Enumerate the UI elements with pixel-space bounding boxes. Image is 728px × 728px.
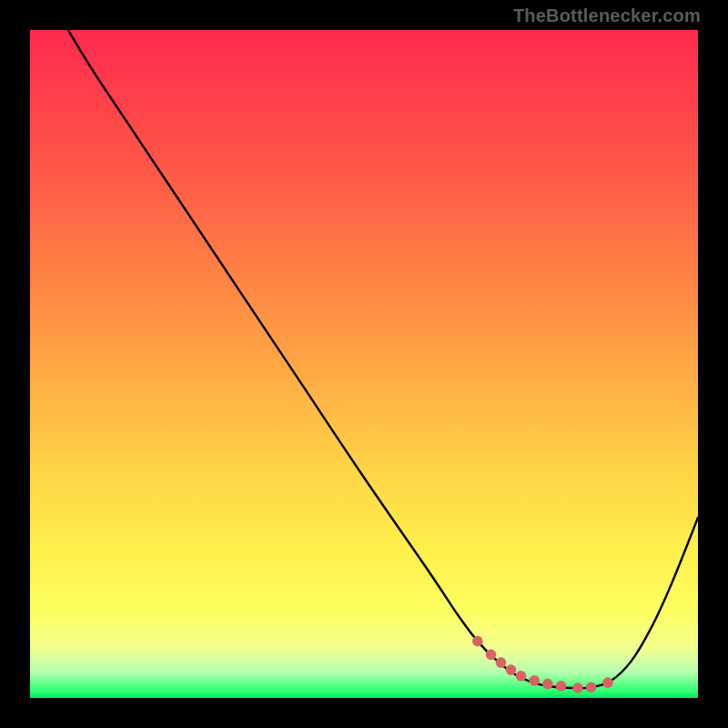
marker-dot xyxy=(602,677,613,688)
curve-path xyxy=(68,30,698,688)
watermark-label: TheBottlenecker.com xyxy=(513,5,701,26)
plot-area xyxy=(30,30,698,698)
marker-dot xyxy=(496,657,507,668)
bottleneck-curve xyxy=(68,30,698,688)
marker-dot xyxy=(572,682,583,693)
marker-dot xyxy=(486,649,497,660)
marker-dot xyxy=(556,681,567,692)
marker-dot xyxy=(472,636,483,647)
marker-dot xyxy=(586,682,597,693)
marker-dot xyxy=(529,675,540,686)
marker-dot xyxy=(506,664,517,675)
highlight-markers xyxy=(472,636,613,693)
curve-layer xyxy=(30,30,698,698)
chart-frame: TheBottlenecker.com xyxy=(0,0,728,728)
marker-dot xyxy=(516,671,527,682)
marker-dot xyxy=(542,679,553,690)
